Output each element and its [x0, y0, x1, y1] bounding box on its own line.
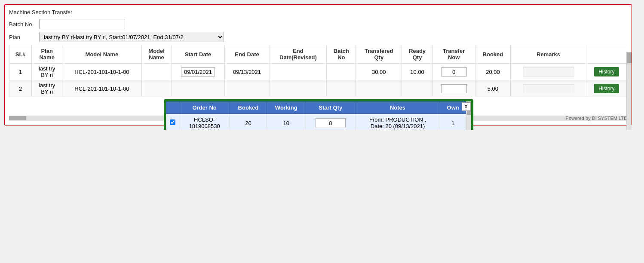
- row-checkbox[interactable]: [170, 119, 175, 125]
- cell-model-name2: [141, 80, 172, 97]
- col-model-name1: Model Name: [62, 45, 142, 64]
- col-end-date: End Date: [224, 45, 270, 64]
- cell-model-name1: HCL-201-101-10-1-00: [62, 80, 142, 97]
- col-check: [166, 102, 179, 114]
- modal-table: Order No Booked Working Start Qty Notes …: [166, 101, 466, 130]
- col-transfer-now: TransferNow: [432, 45, 475, 64]
- modal-inner: X Order No Booked Working Start Qty Note…: [166, 101, 471, 130]
- cell-booked: 5.00: [475, 80, 511, 97]
- cell-model-name2: [141, 64, 172, 80]
- modal-cell-own: 1: [440, 114, 466, 130]
- remarks-input[interactable]: [523, 84, 574, 93]
- col-ready-qty: ReadyQty: [402, 45, 433, 64]
- main-scroll-thumb[interactable]: [627, 52, 632, 63]
- cell-remarks[interactable]: [511, 64, 586, 80]
- cell-end-date-revised: [270, 64, 327, 80]
- col-model-name2: ModelName: [141, 45, 172, 64]
- main-scrollbar[interactable]: [626, 52, 632, 130]
- modal-overlay: X Order No Booked Working Start Qty Note…: [164, 99, 473, 130]
- batch-no-input[interactable]: [39, 19, 125, 29]
- main-table: SL# PlanName Model Name ModelName Start …: [9, 45, 627, 97]
- cell-transfer-now[interactable]: [432, 80, 475, 97]
- cell-booked: 20.00: [475, 64, 511, 80]
- plan-select[interactable]: last try BY ri-last try BY ri, Start:01/…: [39, 32, 224, 42]
- col-transferred-qty: TransferedQty: [356, 45, 402, 64]
- col-booked: Booked: [230, 102, 267, 114]
- col-end-date-revised: EndDate(Revised): [270, 45, 327, 64]
- cell-sl: 2: [9, 80, 32, 97]
- cell-end-date: 09/13/2021: [224, 64, 270, 80]
- remarks-input[interactable]: [523, 67, 574, 76]
- col-order-no: Order No: [179, 102, 230, 114]
- cell-transferred-qty: 30.00: [356, 64, 402, 80]
- powered-by: Powered by DI SYSTEM LTD: [566, 116, 627, 121]
- cell-ready-qty: [402, 80, 433, 97]
- start-qty-input[interactable]: [316, 118, 346, 128]
- modal-cell-booked: 20: [230, 114, 267, 130]
- cell-sl: 1: [9, 64, 32, 80]
- modal-cell-notes: From: PRODUCTION ,Date: 20 (09/13/2021): [355, 114, 440, 130]
- modal-cell-start-qty[interactable]: [306, 114, 355, 130]
- modal-close-button[interactable]: X: [462, 102, 470, 111]
- cell-end-date: [224, 80, 270, 97]
- history-button[interactable]: History: [594, 84, 619, 93]
- main-panel: Machine Section Transfer Batch No Plan l…: [4, 4, 632, 125]
- cell-transferred-qty: [356, 80, 402, 97]
- transfer-now-input[interactable]: [441, 67, 467, 76]
- col-plan-name: PlanName: [32, 45, 62, 64]
- history-button[interactable]: History: [594, 67, 619, 76]
- col-booked: Booked: [475, 45, 511, 64]
- cell-history[interactable]: History: [586, 64, 627, 80]
- batch-no-row: Batch No: [9, 19, 627, 29]
- cell-plan-name: last tryBY ri: [32, 80, 62, 97]
- modal-table-row: HCLSO-1819008530 20 10 From: PRODUCTION …: [166, 114, 466, 130]
- col-start-qty: Start Qty: [306, 102, 355, 114]
- col-start-date: Start Date: [172, 45, 224, 64]
- col-remarks: Remarks: [511, 45, 586, 64]
- batch-no-label: Batch No: [9, 21, 35, 28]
- cell-remarks[interactable]: [511, 80, 586, 97]
- modal-scroll-area: Order No Booked Working Start Qty Notes …: [166, 101, 471, 130]
- plan-label: Plan: [9, 34, 35, 40]
- cell-history[interactable]: History: [586, 80, 627, 97]
- transfer-now-input[interactable]: [441, 84, 467, 93]
- col-working: Working: [267, 102, 306, 114]
- modal-content: Order No Booked Working Start Qty Notes …: [166, 101, 466, 130]
- cell-start-date: [172, 80, 224, 97]
- bottom-scroll-thumb[interactable]: [9, 116, 26, 120]
- panel-title: Machine Section Transfer: [9, 9, 627, 15]
- modal-cell-check[interactable]: [166, 114, 179, 130]
- cell-batch-no: [327, 80, 356, 97]
- cell-batch-no: [327, 64, 356, 80]
- cell-transfer-now[interactable]: [432, 64, 475, 80]
- modal-cell-order-no: HCLSO-1819008530: [179, 114, 230, 130]
- table-row: 2 last tryBY ri HCL-201-101-10-1-00 5.00…: [9, 80, 627, 97]
- cell-plan-name: last tryBY ri: [32, 64, 62, 80]
- col-notes: Notes: [355, 102, 440, 114]
- cell-start-date: 09/01/2021: [172, 64, 224, 80]
- col-action: [586, 45, 627, 64]
- cell-end-date-revised: [270, 80, 327, 97]
- cell-model-name1: HCL-201-101-10-1-00: [62, 64, 142, 80]
- col-sl: SL#: [9, 45, 32, 64]
- col-batch-no: BatchNo: [327, 45, 356, 64]
- table-row: 1 last tryBY ri HCL-201-101-10-1-00 09/0…: [9, 64, 627, 80]
- plan-row: Plan last try BY ri-last try BY ri, Star…: [9, 32, 627, 42]
- cell-ready-qty: 10.00: [402, 64, 433, 80]
- modal-cell-working: 10: [267, 114, 306, 130]
